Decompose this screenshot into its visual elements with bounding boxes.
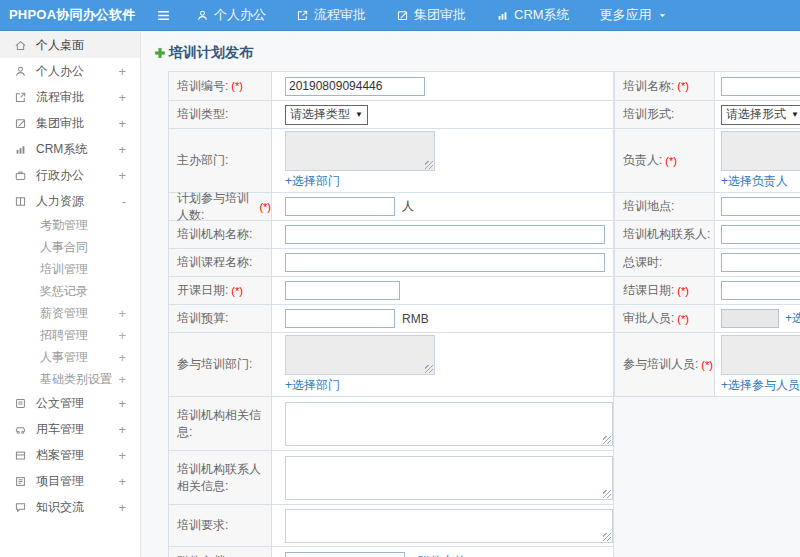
text-input[interactable] [285, 197, 395, 216]
field-label-cell: 培训名称:(*) [615, 72, 715, 100]
nav-item-3[interactable]: CRM系统 [481, 0, 585, 31]
text-input[interactable] [285, 552, 405, 557]
sidebar-subitem-6-3[interactable]: 奖惩记录 [0, 280, 140, 302]
text-input[interactable] [285, 281, 400, 300]
sidebar-item-7[interactable]: 公文管理+ [0, 390, 140, 416]
nav-item-2[interactable]: 集团审批 [381, 0, 481, 31]
expand-toggle: + [118, 142, 126, 157]
chart-icon [14, 143, 27, 156]
upload-icon [296, 9, 309, 22]
field-label: 负责人: [623, 152, 662, 169]
sidebar-item-11[interactable]: 知识交流+ [0, 494, 140, 520]
select-dropdown[interactable]: 请选择形式 [721, 105, 800, 125]
textarea[interactable] [285, 131, 435, 171]
field-label-cell: 培训形式: [615, 101, 715, 128]
sidebar-item-9[interactable]: 档案管理+ [0, 442, 140, 468]
text-input[interactable] [721, 253, 800, 272]
textarea[interactable] [285, 456, 613, 500]
form-row: 培训预算:RMB [169, 304, 613, 332]
select-dropdown[interactable]: 请选择类型 [285, 105, 368, 125]
chat-icon [14, 501, 27, 514]
text-input[interactable] [721, 309, 779, 328]
form-row: 主办部门:+选择部门 [169, 128, 613, 192]
form-row: 附件文档:+附件上传 [169, 546, 613, 557]
form-table-right: 培训名称:(*)培训形式:请选择形式负责人:(*)+选择负责人培训地点:培训机构… [614, 71, 800, 397]
nav-item-1[interactable]: 流程审批 [281, 0, 381, 31]
field-label: 培训形式: [623, 106, 674, 123]
sidebar-item-10[interactable]: 项目管理+ [0, 468, 140, 494]
field-label-cell: 总课时: [615, 249, 715, 276]
text-input[interactable] [721, 197, 800, 216]
sidebar-item-6[interactable]: 人力资源- [0, 188, 140, 214]
text-input[interactable] [285, 253, 605, 272]
hamburger-menu-icon[interactable] [156, 8, 171, 23]
required-mark: (*) [677, 313, 689, 325]
text-input[interactable] [285, 309, 395, 328]
form-row: 参与培训人员:(*)+选择参与人员 [615, 332, 800, 396]
field-label: 培训课程名称: [177, 254, 252, 271]
field-label-cell: 附件文档: [169, 547, 272, 557]
form-row: 总课时: [615, 248, 800, 276]
expand-toggle: + [118, 90, 126, 105]
sidebar-subitem-6-6[interactable]: 人事管理+ [0, 346, 140, 368]
sidebar-item-2[interactable]: 流程审批+ [0, 84, 140, 110]
nav-item-0[interactable]: 个人办公 [181, 0, 281, 31]
text-input[interactable] [721, 281, 800, 300]
textarea[interactable] [285, 509, 613, 543]
sidebar-subitem-6-2[interactable]: 培训管理 [0, 258, 140, 280]
sidebar-item-5[interactable]: 行政办公+ [0, 162, 140, 188]
sidebar-subitem-label: 人事管理 [40, 349, 88, 366]
archive-icon [14, 449, 27, 462]
nav-item-label: 流程审批 [314, 6, 366, 24]
textarea[interactable] [721, 131, 800, 171]
field-label-cell: 培训机构联系人相关信息: [169, 451, 272, 504]
field-label: 审批人员: [623, 310, 674, 327]
sidebar-subitem-6-4[interactable]: 薪资管理+ [0, 302, 140, 324]
field-value-cell: 请选择形式 [715, 101, 800, 128]
sidebar-subitem-6-7[interactable]: 基础类别设置+ [0, 368, 140, 390]
expand-toggle: + [118, 474, 126, 489]
textarea[interactable] [285, 402, 613, 446]
sidebar-item-0[interactable]: 个人桌面 [0, 32, 140, 58]
home-icon [14, 39, 27, 52]
upload-icon [14, 91, 27, 104]
text-input[interactable] [721, 77, 800, 96]
text-input[interactable] [285, 225, 605, 244]
sidebar-item-8[interactable]: 用车管理+ [0, 416, 140, 442]
picker-link[interactable]: +选择负责人 [721, 173, 788, 190]
sidebar-subitem-6-5[interactable]: 招聘管理+ [0, 324, 140, 346]
select-value: 请选择形式 [726, 106, 786, 123]
field-value-cell: +选择审批人 [715, 305, 800, 332]
textarea[interactable] [721, 335, 800, 375]
sidebar-subitem-6-0[interactable]: 考勤管理 [0, 214, 140, 236]
field-value-cell: +选择部门 [272, 129, 613, 192]
expand-toggle: + [118, 306, 126, 321]
sidebar-item-label: 行政办公 [36, 167, 84, 184]
textarea[interactable] [285, 335, 435, 375]
text-input[interactable] [721, 225, 800, 244]
field-label-cell: 培训机构相关信息: [169, 397, 272, 450]
picker-link[interactable]: +选择部门 [285, 377, 340, 394]
picker-link[interactable]: +选择审批人 [785, 310, 800, 327]
sidebar-item-4[interactable]: CRM系统+ [0, 136, 140, 162]
field-value-cell [272, 277, 613, 304]
field-value-cell: 请选择类型 [272, 101, 613, 128]
edit-icon [14, 117, 27, 130]
nav-item-4[interactable]: 更多应用 [585, 0, 683, 31]
navbar-menu: 个人办公流程审批集团审批CRM系统更多应用 [181, 0, 683, 31]
sidebar-subitem-6-1[interactable]: 人事合同 [0, 236, 140, 258]
sidebar-item-3[interactable]: 集团审批+ [0, 110, 140, 136]
picker-link[interactable]: +选择参与人员 [721, 377, 800, 394]
page-title: 培训计划发布 [169, 44, 253, 62]
sidebar-item-label: 用车管理 [36, 421, 84, 438]
field-label: 总课时: [623, 254, 662, 271]
picker-link[interactable]: +附件上传 [411, 553, 466, 557]
picker-link[interactable]: +选择部门 [285, 173, 340, 190]
sidebar-item-1[interactable]: 个人办公+ [0, 58, 140, 84]
nav-item-label: CRM系统 [514, 6, 570, 24]
nav-item-label: 个人办公 [214, 6, 266, 24]
field-label-cell: 计划参与培训人数:(*) [169, 193, 272, 220]
form-row: 培训机构联系人: [615, 220, 800, 248]
field-label: 培训预算: [177, 310, 228, 327]
text-input[interactable] [285, 77, 425, 96]
